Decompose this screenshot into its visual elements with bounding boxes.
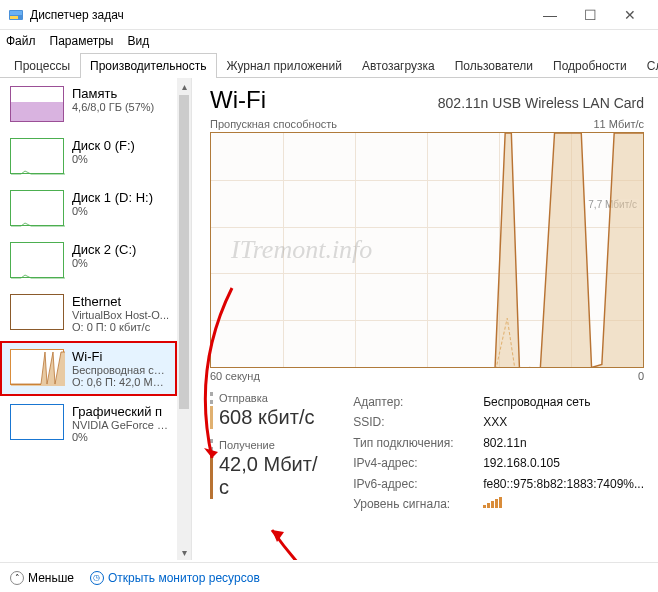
prop-ssid-k: SSID: <box>353 412 483 432</box>
tab-performance[interactable]: Производительность <box>80 53 216 78</box>
sidebar-item-sub: VirtualBox Host-O... <box>72 309 169 321</box>
monitor-icon: ◷ <box>90 571 104 585</box>
sidebar-thumb <box>10 404 64 440</box>
scroll-thumb[interactable] <box>179 95 189 409</box>
svg-rect-2 <box>10 16 18 19</box>
sidebar-thumb <box>10 86 64 122</box>
properties: Адаптер:Беспроводная сеть SSID:XXX Тип п… <box>353 392 644 514</box>
chart-label: Пропускная способность <box>210 118 337 130</box>
sidebar-thumb <box>10 138 64 174</box>
sidebar-item-sub: 4,6/8,0 ГБ (57%) <box>72 101 154 113</box>
sidebar-item-4[interactable]: EthernetVirtualBox Host-O...О: 0 П: 0 кб… <box>0 286 177 341</box>
menu-view[interactable]: Вид <box>127 34 149 48</box>
prop-ipv4-k: IPv4-адрес: <box>353 453 483 473</box>
send-label: Отправка <box>210 392 327 404</box>
window-title: Диспетчер задач <box>30 8 530 22</box>
adapter-name: 802.11n USB Wireless LAN Card <box>438 95 644 111</box>
scroll-up-icon[interactable]: ▴ <box>177 78 191 94</box>
sidebar-item-sub: 0% <box>72 205 153 217</box>
prop-adapter-k: Адаптер: <box>353 392 483 412</box>
sidebar-scrollbar[interactable]: ▴ ▾ <box>177 78 191 560</box>
prop-ipv4-v: 192.168.0.105 <box>483 453 560 473</box>
sidebar-item-3[interactable]: Диск 2 (C:)0% <box>0 234 177 286</box>
prop-adapter-v: Беспроводная сеть <box>483 392 590 412</box>
fewer-label: Меньше <box>28 571 74 585</box>
sidebar-item-2[interactable]: Диск 1 (D: H:)0% <box>0 182 177 234</box>
sidebar-item-sub: 0% <box>72 153 135 165</box>
chart-max-label: 11 Мбит/с <box>594 118 645 130</box>
sidebar-thumb <box>10 294 64 330</box>
sidebar-item-title: Диск 2 (C:) <box>72 242 136 257</box>
annotation-arrow-2 <box>252 518 332 560</box>
tab-startup[interactable]: Автозагрузка <box>352 53 445 78</box>
signal-bars-icon <box>483 494 502 514</box>
menu-file[interactable]: Файл <box>6 34 36 48</box>
main-panel: Wi-Fi 802.11n USB Wireless LAN Card Проп… <box>192 78 658 560</box>
fewer-button[interactable]: ˄ Меньше <box>10 571 74 585</box>
tab-users[interactable]: Пользователи <box>445 53 543 78</box>
open-resource-monitor-link[interactable]: ◷ Открыть монитор ресурсов <box>90 571 260 585</box>
sidebar-thumb <box>10 190 64 226</box>
titlebar: Диспетчер задач — ☐ ✕ <box>0 0 658 30</box>
sidebar-thumb <box>10 349 64 385</box>
prop-signal-k: Уровень сигнала: <box>353 494 483 514</box>
sidebar-item-0[interactable]: Память4,6/8,0 ГБ (57%) <box>0 78 177 130</box>
menubar: Файл Параметры Вид <box>0 30 658 52</box>
sidebar-item-title: Память <box>72 86 154 101</box>
sidebar-item-5[interactable]: Wi-FiБеспроводная сетьО: 0,6 П: 42,0 Мби… <box>0 341 177 396</box>
chart-x-right: 0 <box>638 370 644 382</box>
monitor-label: Открыть монитор ресурсов <box>108 571 260 585</box>
tab-processes[interactable]: Процессы <box>4 53 80 78</box>
page-title: Wi-Fi <box>210 86 266 114</box>
prop-ssid-v: XXX <box>483 412 507 432</box>
maximize-button[interactable]: ☐ <box>570 0 610 30</box>
svg-rect-1 <box>10 11 22 15</box>
sidebar-item-sub2: 0% <box>72 431 169 443</box>
footer: ˄ Меньше ◷ Открыть монитор ресурсов <box>0 562 658 592</box>
tab-app-history[interactable]: Журнал приложений <box>217 53 352 78</box>
sidebar-item-title: Wi-Fi <box>72 349 169 364</box>
prop-ipv6-v: fe80::975:8b82:1883:7409%... <box>483 474 644 494</box>
throughput-chart: 7,7 Мбит/с ITremont.info <box>210 132 644 368</box>
menu-options[interactable]: Параметры <box>50 34 114 48</box>
sidebar-thumb <box>10 242 64 278</box>
sidebar-item-title: Диск 1 (D: H:) <box>72 190 153 205</box>
sidebar-item-sub2: О: 0 П: 0 кбит/с <box>72 321 169 333</box>
tab-details[interactable]: Подробности <box>543 53 637 78</box>
send-value: 608 кбит/с <box>210 406 327 429</box>
sidebar-item-sub: Беспроводная сеть <box>72 364 169 376</box>
sidebar-item-sub: NVIDIA GeForce GT 4 <box>72 419 169 431</box>
minimize-button[interactable]: — <box>530 0 570 30</box>
sidebar-item-sub: 0% <box>72 257 136 269</box>
prop-conn-k: Тип подключения: <box>353 433 483 453</box>
recv-label: Получение <box>210 439 327 451</box>
tab-services[interactable]: Службы <box>637 53 658 78</box>
chevron-up-icon: ˄ <box>10 571 24 585</box>
sidebar-item-6[interactable]: Графический пNVIDIA GeForce GT 40% <box>0 396 177 451</box>
recv-value: 42,0 Мбит/с <box>210 453 327 499</box>
sidebar-item-1[interactable]: Диск 0 (F:)0% <box>0 130 177 182</box>
sidebar-item-title: Диск 0 (F:) <box>72 138 135 153</box>
prop-conn-v: 802.11n <box>483 433 526 453</box>
close-button[interactable]: ✕ <box>610 0 650 30</box>
sidebar: Память4,6/8,0 ГБ (57%)Диск 0 (F:)0%Диск … <box>0 78 192 560</box>
sidebar-item-title: Ethernet <box>72 294 169 309</box>
app-icon <box>8 7 24 23</box>
tabbar: Процессы Производительность Журнал прило… <box>0 52 658 78</box>
sidebar-item-sub2: О: 0,6 П: 42,0 Мбит/ <box>72 376 169 388</box>
sidebar-item-title: Графический п <box>72 404 169 419</box>
chart-x-left: 60 секунд <box>210 370 260 382</box>
scroll-down-icon[interactable]: ▾ <box>177 544 191 560</box>
prop-ipv6-k: IPv6-адрес: <box>353 474 483 494</box>
